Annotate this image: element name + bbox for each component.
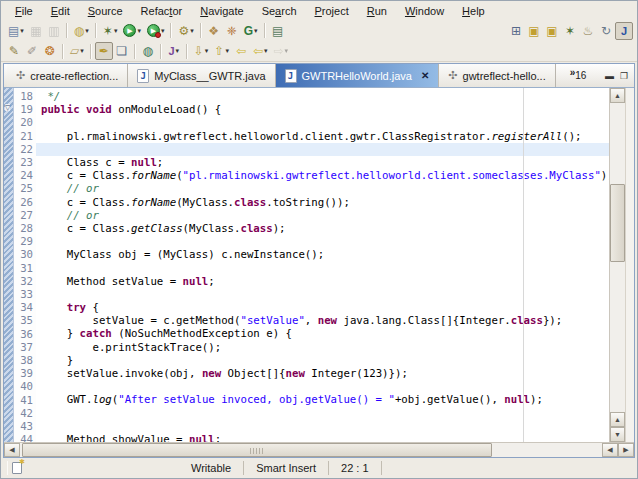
tab-create-reflection-[interactable]: ✣create-reflection...	[7, 64, 128, 87]
menu-file[interactable]: File	[6, 3, 42, 19]
open-browser-button[interactable]: ◍	[139, 42, 157, 60]
dropdown-arrow-icon[interactable]: ▾	[85, 27, 89, 35]
close-tab-icon[interactable]: ✕	[421, 70, 429, 81]
menu-refactor[interactable]: Refactor	[132, 3, 192, 19]
horizontal-scroll-thumb[interactable]	[22, 443, 492, 457]
print-button[interactable]: ▥	[45, 22, 63, 40]
highlighter-icon: ✒	[99, 45, 109, 57]
menu-navigate[interactable]: Navigate	[191, 3, 252, 19]
line-number: 20	[14, 116, 33, 129]
new-java-class-button[interactable]: ✎	[5, 42, 23, 60]
run-button[interactable]: ▶▾	[120, 22, 144, 40]
show-selected-element-button[interactable]: ❏	[113, 42, 131, 60]
dropdown-arrow-icon[interactable]: ▾	[137, 27, 141, 35]
dropdown-arrow-icon[interactable]: ▾	[161, 27, 165, 35]
tab-overflow-indicator[interactable]: »16	[570, 64, 587, 87]
dropdown-arrow-icon[interactable]: ▾	[285, 47, 289, 55]
gears-icon: ⚙	[178, 25, 189, 37]
minimize-view-button[interactable]: ▬	[605, 71, 614, 81]
vertical-scroll-thumb[interactable]	[610, 184, 625, 262]
dropdown-arrow-icon[interactable]: ▾	[264, 47, 268, 55]
line-number: 39	[14, 367, 33, 380]
code-editor[interactable]: */public void onModuleLoad() { pl.rmalin…	[36, 88, 609, 442]
red-dot-icon	[155, 32, 161, 38]
new-wizard-button[interactable]: ▤▾	[5, 22, 27, 40]
horizontal-scrollbar[interactable]: ◀ ◀ ▶	[4, 442, 634, 457]
menu-help[interactable]: Help	[453, 3, 494, 19]
tab-gwtrhelloworld-java[interactable]: JGWTRHelloWorld.java✕	[276, 64, 440, 87]
previous-annotation-button[interactable]: ⇧▾	[211, 42, 232, 60]
menu-search[interactable]: Search	[253, 3, 306, 19]
tab-gwtreflect-hello-[interactable]: ✣gwtreflect-hello...	[439, 64, 555, 87]
perspective-db1-button[interactable]: ▣	[525, 22, 543, 40]
scroll-up-button[interactable]: ▲	[610, 88, 625, 103]
line-number: 31	[14, 262, 33, 275]
next-annotation-button[interactable]: ⇩▾	[191, 42, 212, 60]
fast-view-doc-icon[interactable]	[12, 462, 22, 474]
marker-bar[interactable]: ▽	[4, 88, 14, 442]
dropdown-arrow-icon[interactable]: ▾	[114, 27, 118, 35]
vertical-scrollbar[interactable]: ▲ ▲ ▼	[609, 88, 625, 442]
horizontal-scroll-steppers: ◀ ▶	[602, 443, 634, 457]
ant-edit-button[interactable]: ✐	[23, 42, 41, 60]
new-gwt-application-button[interactable]: ❈	[223, 22, 241, 40]
toolbar-left-group: ▤▾▦▥◍▾✶▾▶▾▶▾⚙▾❖❈G▾▤	[5, 22, 287, 40]
gwt-compile-button[interactable]: G▾	[241, 22, 261, 40]
scroll-right-button[interactable]: ▶	[618, 443, 634, 457]
perspective-debug-button[interactable]: ✶	[561, 22, 579, 40]
dropdown-arrow-icon[interactable]: ▾	[80, 47, 84, 55]
dropdown-arrow-icon[interactable]: ▾	[190, 27, 194, 35]
ant-file-icon: ✣	[16, 69, 25, 82]
code-line-34: try {	[36, 301, 609, 314]
show-view-button[interactable]: ▤	[269, 22, 287, 40]
menu-project[interactable]: Project	[306, 3, 358, 19]
perspective-sync-button[interactable]: ↻	[597, 22, 615, 40]
scroll-down-button[interactable]: ▼	[610, 427, 625, 442]
open-perspective-button[interactable]: ⊞	[507, 22, 525, 40]
java-perspective-icon: J	[621, 25, 627, 37]
dropdown-arrow-icon[interactable]: ▾	[20, 27, 24, 35]
line-number: 27	[14, 209, 33, 222]
line-number-ruler[interactable]: 1819202122232425262728293031323334353637…	[14, 88, 36, 442]
line-number: 36	[14, 328, 33, 341]
menu-window[interactable]: Window	[396, 3, 453, 19]
scroll-up-button-2[interactable]: ▲	[610, 412, 625, 427]
dropdown-arrow-icon[interactable]: ▾	[254, 27, 258, 35]
open-resource-button[interactable]: ▱▾	[67, 42, 87, 60]
mark-occurrences-button[interactable]: ✒	[95, 42, 113, 60]
dropdown-arrow-icon[interactable]: ▾	[205, 47, 209, 55]
debug-button[interactable]: ✶▾	[100, 22, 121, 40]
menu-edit[interactable]: Edit	[42, 3, 79, 19]
pencil-folder-icon: ✎	[9, 45, 19, 57]
code-line-35: setValue = c.getMethod("setValue", new j…	[36, 314, 609, 327]
gwt-j-icon: J	[168, 45, 174, 57]
menu-source[interactable]: Source	[79, 3, 132, 19]
last-edit-location-button[interactable]: ⇦	[232, 42, 250, 60]
scroll-left-button-2[interactable]: ◀	[602, 443, 618, 457]
lightbulb-button[interactable]: ◍▾	[71, 22, 92, 40]
gwt-tools-button[interactable]: J▾	[165, 42, 183, 60]
new-gwt-module-button[interactable]: ❖	[205, 22, 223, 40]
menu-run[interactable]: Run	[358, 3, 396, 19]
perspective-java-button[interactable]: J	[615, 22, 633, 40]
code-line-32: Method setValue = null;	[36, 275, 609, 288]
maximize-view-button[interactable]: ❐	[620, 71, 628, 81]
forward-button[interactable]: ⇨▾	[270, 42, 291, 60]
dropdown-arrow-icon[interactable]: ▾	[176, 47, 180, 55]
run-ant-button[interactable]: ⚙▾	[175, 22, 196, 40]
scroll-left-button[interactable]: ◀	[4, 443, 20, 457]
lightbulb-icon: ◍	[74, 25, 84, 37]
overview-ruler[interactable]	[625, 88, 634, 442]
run-external-tools-button[interactable]: ▶▾	[144, 22, 168, 40]
horizontal-scroll-track[interactable]	[492, 443, 602, 457]
back-button[interactable]: ⇦▾	[250, 42, 271, 60]
fold-collapse-icon[interactable]: ▽	[5, 104, 10, 111]
save-button[interactable]: ▦	[27, 22, 45, 40]
dropdown-arrow-icon[interactable]: ▾	[225, 47, 229, 55]
perspective-db2-button[interactable]: ▣	[543, 22, 561, 40]
open-ant-file-button[interactable]: ❂	[41, 42, 59, 60]
module-icon: ❖	[208, 25, 219, 37]
code-line-22	[36, 143, 609, 156]
perspective-server-button[interactable]: ♨	[579, 22, 597, 40]
tab-myclass-gwtr-java[interactable]: JMyClass__GWTR.java	[128, 64, 275, 87]
